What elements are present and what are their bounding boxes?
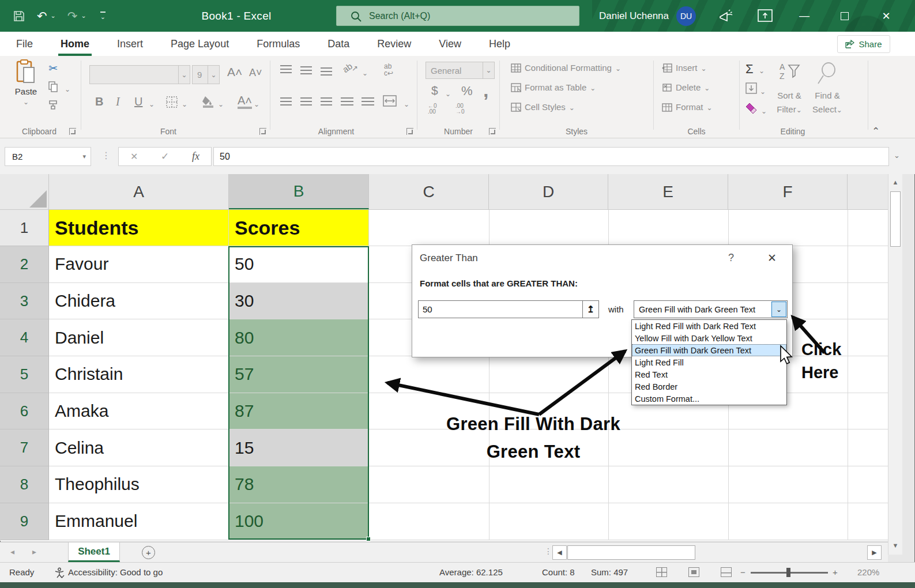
scroll-down-icon[interactable]: ▼: [888, 542, 902, 549]
borders-icon[interactable]: [166, 96, 178, 108]
font-name-combo[interactable]: [89, 65, 190, 84]
zoom-level[interactable]: 220%: [857, 567, 879, 577]
search-box[interactable]: [336, 6, 579, 26]
score-cell[interactable]: 100: [229, 503, 369, 540]
undo-chevron-icon[interactable]: ⌄: [51, 12, 56, 20]
tabbar-divider[interactable]: ⋮: [544, 546, 552, 556]
borders-chevron-icon[interactable]: [182, 99, 187, 108]
score-cell[interactable]: 30: [229, 283, 369, 319]
fill-color-icon[interactable]: [202, 95, 214, 108]
autosum-chevron-icon[interactable]: [759, 65, 765, 75]
student-cell[interactable]: Celina: [49, 429, 229, 466]
align-left-icon[interactable]: [280, 97, 292, 105]
align-middle-icon[interactable]: [300, 66, 312, 74]
align-bottom-icon[interactable]: [321, 67, 332, 76]
font-dialog-launcher[interactable]: [259, 128, 266, 135]
page-break-view-icon[interactable]: [721, 567, 732, 577]
formula-bar-divider[interactable]: ⋮: [101, 150, 111, 161]
font-size-combo[interactable]: 9: [192, 65, 220, 84]
new-sheet-button[interactable]: +: [142, 546, 155, 559]
column-header-e[interactable]: E: [608, 174, 728, 209]
scroll-up-icon[interactable]: ▲: [888, 179, 902, 186]
zoom-in-icon[interactable]: +: [833, 567, 838, 577]
decrease-indent-icon[interactable]: [341, 97, 353, 105]
normal-view-icon[interactable]: [656, 567, 667, 577]
copy-icon[interactable]: [48, 81, 58, 92]
undo-icon[interactable]: ↶: [37, 9, 47, 23]
comma-style-icon[interactable]: ,: [483, 79, 488, 101]
score-cell[interactable]: 57: [229, 356, 369, 393]
format-style-chevron-button[interactable]: ⌄: [771, 301, 786, 317]
format-cells-button[interactable]: Format: [662, 102, 713, 112]
percent-style-icon[interactable]: %: [461, 84, 473, 99]
number-dialog-launcher[interactable]: [489, 128, 496, 135]
cancel-icon[interactable]: ✕: [130, 151, 138, 162]
vertical-scrollbar[interactable]: ▲ ▼: [888, 174, 902, 555]
score-cell-active[interactable]: 50: [229, 246, 369, 282]
clipboard-dialog-launcher[interactable]: [69, 128, 76, 135]
row-header[interactable]: 2: [0, 246, 49, 283]
merge-chevron-icon[interactable]: [404, 99, 409, 108]
horizontal-scroll-thumb[interactable]: [567, 545, 695, 560]
find-select-button[interactable]: Find & Select: [809, 62, 845, 116]
collapse-ribbon-icon[interactable]: ⌃: [872, 125, 880, 137]
accessibility-icon[interactable]: [54, 567, 65, 578]
tab-file[interactable]: File: [15, 35, 34, 54]
decrease-decimal-icon[interactable]: .00 →0: [455, 103, 465, 115]
table-row[interactable]: 1 Students Scores: [0, 210, 888, 246]
clear-chevron-icon[interactable]: [761, 105, 767, 115]
students-header-cell[interactable]: Students: [49, 210, 229, 246]
dialog-close-icon[interactable]: ✕: [767, 251, 777, 265]
accessibility-status[interactable]: Accessibility: Good to go: [68, 567, 163, 577]
empty-cells[interactable]: [369, 210, 888, 246]
scroll-right-button[interactable]: ▶: [867, 545, 882, 560]
cut-icon[interactable]: ✂: [48, 62, 58, 75]
accounting-format-icon[interactable]: $: [431, 84, 438, 97]
average-value[interactable]: Average: 62.125: [439, 567, 503, 577]
scores-header-cell[interactable]: Scores: [229, 210, 369, 246]
customize-toolbar-icon[interactable]: ⌄: [100, 12, 106, 21]
row-header[interactable]: 9: [0, 503, 49, 540]
zoom-slider-thumb[interactable]: [786, 568, 790, 577]
row-header[interactable]: 3: [0, 283, 49, 320]
column-header-partial[interactable]: [848, 174, 888, 209]
column-header-f[interactable]: F: [728, 174, 848, 209]
table-row[interactable]: 8 Theophilus 78: [0, 466, 888, 503]
student-cell[interactable]: Christain: [49, 356, 229, 393]
conditional-formatting-button[interactable]: Conditional Formatting: [511, 63, 621, 73]
shrink-font-icon[interactable]: A˅: [249, 67, 262, 79]
clear-icon[interactable]: [744, 102, 758, 115]
score-cell[interactable]: 87: [229, 393, 369, 429]
collapse-dialog-button[interactable]: ↥: [582, 300, 599, 318]
count-value[interactable]: Count: 8: [542, 567, 575, 577]
dropdown-option[interactable]: Light Red Fill with Dark Red Text: [632, 320, 786, 332]
delete-cells-button[interactable]: Delete: [662, 82, 710, 92]
threshold-input[interactable]: [419, 301, 582, 318]
orientation-chevron-icon[interactable]: [362, 67, 368, 77]
column-header-b[interactable]: B: [229, 174, 369, 209]
student-cell[interactable]: Amaka: [49, 393, 229, 429]
copy-chevron-icon[interactable]: [65, 84, 70, 93]
dropdown-option[interactable]: Red Border: [632, 380, 786, 393]
wrap-text-icon[interactable]: ab c↩: [384, 63, 393, 77]
paste-button[interactable]: Paste: [9, 59, 43, 106]
tab-insert[interactable]: Insert: [116, 35, 144, 54]
tab-review[interactable]: Review: [376, 35, 412, 54]
tab-page-layout[interactable]: Page Layout: [170, 35, 230, 54]
share-button[interactable]: Share: [837, 35, 890, 53]
sort-filter-button[interactable]: AZ Sort & Filter: [773, 62, 806, 116]
scroll-left-button[interactable]: ◀: [552, 545, 567, 560]
dropdown-option[interactable]: Light Red Fill: [632, 356, 786, 368]
page-layout-view-icon[interactable]: [688, 567, 699, 577]
italic-icon[interactable]: I: [116, 95, 120, 108]
student-cell[interactable]: Theophilus: [49, 466, 229, 503]
student-cell[interactable]: Emmanuel: [49, 503, 229, 540]
tab-formulas[interactable]: Formulas: [255, 35, 301, 54]
row-header[interactable]: 1: [0, 210, 49, 246]
sheet-tab-sheet1[interactable]: Sheet1: [68, 542, 120, 562]
grow-font-icon[interactable]: A˄: [227, 65, 242, 79]
dropdown-option[interactable]: Custom Format...: [632, 393, 786, 405]
maximize-button[interactable]: [831, 0, 858, 32]
next-sheet-icon[interactable]: ▸: [32, 547, 36, 556]
name-box[interactable]: B2 ▾: [5, 147, 91, 166]
